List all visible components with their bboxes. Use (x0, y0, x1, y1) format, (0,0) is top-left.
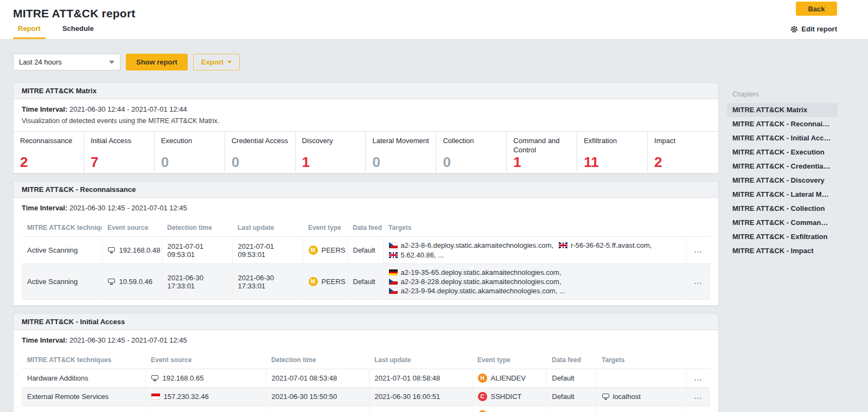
attack-matrix: Reconnaissance 2 Initial Access 7 Execut… (14, 131, 718, 173)
data-feed-cell: Default (347, 264, 383, 300)
matrix-cell-reconnaissance[interactable]: Reconnaissance 2 (14, 132, 84, 173)
chapter-item-command-and-control[interactable]: MITRE ATT&CK - Command and Control (727, 216, 838, 230)
chapter-item-discovery[interactable]: MITRE ATT&CK - Discovery (727, 173, 838, 188)
matrix-cell-exfiltration[interactable]: Exfiltration 11 (577, 132, 648, 173)
col-data-feed: Data feed (347, 219, 383, 237)
flag-cz-icon (389, 279, 398, 285)
last-update-cell: 2021-06-30 16:00:51 (369, 388, 472, 406)
technique-cell[interactable]: External Remote Services (22, 388, 145, 406)
matrix-description: Visualization of detected events using t… (14, 113, 718, 131)
event-source-cell: 10.59.0.46 (102, 264, 162, 300)
targets-cell (596, 406, 686, 412)
top-bar: MITRE ATT&CK report Back Report Schedule… (0, 0, 868, 40)
chapters-sidebar: Chapters MITRE ATT&CK Matrix MITRE ATT&C… (727, 91, 838, 258)
chapter-item-initial-access[interactable]: MITRE ATT&CK - Initial Access (727, 131, 838, 145)
initial-access-table: MITRE ATT&CK techniques Event source Det… (22, 351, 710, 412)
event-source-cell: 192.168.0.48 (102, 237, 162, 264)
technique-cell[interactable]: Active Scanning (22, 237, 102, 264)
targets-cell: a2-23-8-6.deploy.static.akamaitechnologi… (383, 237, 686, 264)
data-feed-cell: Default (546, 406, 596, 412)
target-item: a2-19-35-65.deploy.static.akamaitechnolo… (389, 268, 561, 276)
chapter-item-matrix[interactable]: MITRE ATT&CK Matrix (727, 103, 838, 117)
matrix-cell-execution[interactable]: Execution 0 (155, 132, 225, 173)
flag-id-icon (151, 394, 160, 400)
tab-schedule[interactable]: Schedule (58, 20, 99, 39)
detection-time-cell: 2021-06-30 17:33:01 (162, 264, 232, 300)
edit-report-button[interactable]: Edit report (790, 25, 837, 33)
detection-time-cell: 2021-07-01 08:53:48 (266, 369, 369, 388)
chapter-item-lateral-movement[interactable]: MITRE ATT&CK - Lateral Movement (727, 188, 838, 202)
target-item: 5.62.40.86, ... (389, 251, 444, 259)
col-last-update: Last update (232, 219, 303, 237)
technique-cell[interactable]: Hardware Additions (22, 406, 145, 412)
event-type-badge: M (309, 246, 318, 255)
export-button[interactable]: Export (193, 54, 240, 70)
chevron-down-icon (109, 61, 114, 64)
technique-cell[interactable]: Active Scanning (22, 264, 102, 300)
reconnaissance-panel-title: MITRE ATT&CK - Reconnaissance (14, 182, 718, 198)
matrix-cell-lateral-movement[interactable]: Lateral Movement 0 (366, 132, 436, 173)
time-interval-value: 2021-06-30 12:45 - 2021-07-01 12:45 (69, 336, 187, 344)
event-type-cell: M PEERS (303, 237, 347, 264)
matrix-count: 7 (91, 154, 98, 171)
matrix-cell-impact[interactable]: Impact 2 (648, 132, 718, 173)
initial-access-time-interval: Time Interval: 2021-06-30 12:45 - 2021-0… (14, 330, 718, 344)
flag-gb-icon (559, 242, 567, 248)
chapter-item-credential-access[interactable]: MITRE ATT&CK - Credential Access (727, 159, 838, 173)
matrix-count: 11 (584, 154, 599, 171)
more-options-button[interactable] (692, 395, 705, 400)
more-options-button[interactable] (692, 280, 705, 285)
time-interval-value: 2021-06-30 12:44 - 2021-07-01 12:44 (69, 105, 187, 113)
back-button[interactable]: Back (796, 2, 837, 16)
chapter-item-execution[interactable]: MITRE ATT&CK - Execution (727, 145, 838, 159)
col-last-update: Last update (369, 351, 472, 369)
last-update-cell: 2021-06-30 14:52:31 (369, 406, 472, 412)
event-type-badge: H (478, 374, 487, 383)
show-report-button[interactable]: Show report (126, 54, 188, 70)
table-row: External Remote Services 157.230.32.46 2… (22, 388, 710, 406)
flag-cz-icon (389, 242, 398, 248)
matrix-cell-command-and-control[interactable]: Command and Control 1 (507, 132, 577, 173)
event-type-cell: C SSHDICT (472, 388, 546, 406)
target-item: a2-23-9-94.deploy.static.akamaitechnolog… (389, 287, 565, 295)
host-icon (108, 279, 116, 285)
data-feed-cell: Default (347, 237, 383, 264)
matrix-cell-initial-access[interactable]: Initial Access 7 (84, 132, 155, 173)
more-options-button[interactable] (692, 376, 705, 382)
col-actions (686, 219, 710, 237)
flag-de-icon (389, 269, 398, 275)
targets-cell: localhost (596, 388, 686, 406)
time-period-select[interactable]: Last 24 hours (13, 54, 120, 70)
last-update-cell: 2021-06-30 17:33:01 (232, 264, 303, 300)
export-label: Export (201, 58, 224, 66)
tab-bar: Report Schedule (13, 20, 99, 39)
event-type-badge: M (309, 277, 318, 286)
matrix-count: 1 (513, 154, 521, 171)
event-type-cell: H ALIENDEV (472, 369, 546, 388)
chapter-item-collection[interactable]: MITRE ATT&CK - Collection (727, 202, 838, 216)
detection-time-cell: 2021-06-30 14:52:31 (266, 406, 369, 412)
col-techniques: MITRE ATT&CK techniques (22, 351, 145, 369)
target-item: r-56-36-62-5.ff.avast.com, (559, 241, 652, 249)
event-source-cell: 192.168.0.65 (145, 369, 266, 388)
edit-report-label: Edit report (801, 25, 837, 33)
matrix-cell-discovery[interactable]: Discovery 1 (296, 132, 366, 173)
host-icon (108, 247, 116, 254)
matrix-cell-credential-access[interactable]: Credential Access 0 (225, 132, 296, 173)
col-event-type: Event type (303, 219, 347, 237)
event-type-cell: H ALIENDEV (472, 406, 546, 412)
technique-cell[interactable]: Hardware Additions (22, 369, 145, 388)
chapter-item-exfiltration[interactable]: MITRE ATT&CK - Exfiltration (727, 230, 838, 244)
matrix-count: 0 (443, 154, 450, 171)
chapter-item-reconnaissance[interactable]: MITRE ATT&CK - Reconnaissance (727, 117, 838, 131)
table-row: Hardware Additions 192.168.0.65 2021-07-… (22, 369, 710, 388)
matrix-count: 0 (372, 154, 380, 171)
matrix-cell-collection[interactable]: Collection 0 (436, 132, 507, 173)
tab-report[interactable]: Report (13, 20, 46, 39)
time-interval-label: Time Interval: (22, 204, 67, 212)
time-interval-label: Time Interval: (22, 105, 67, 113)
chapter-item-impact[interactable]: MITRE ATT&CK - Impact (727, 244, 838, 258)
chevron-down-icon (227, 61, 232, 63)
more-options-button[interactable] (692, 248, 705, 254)
col-data-feed: Data feed (546, 351, 596, 369)
